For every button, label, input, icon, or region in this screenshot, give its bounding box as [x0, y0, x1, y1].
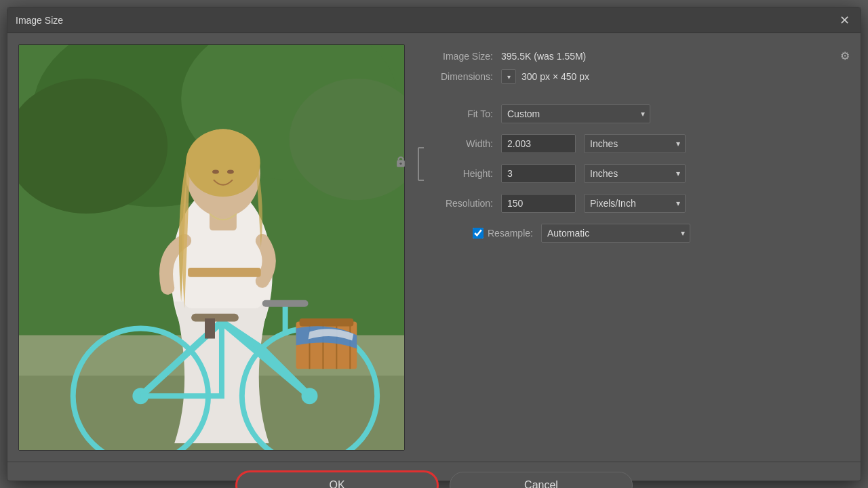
svg-point-11 [186, 129, 260, 197]
svg-rect-28 [188, 268, 261, 277]
resolution-row: Resolution: Pixels/Inch Pixels/Centimete… [418, 194, 850, 213]
controls-panel: Image Size: 395.5K (was 1.55M) ⚙ Dimensi… [418, 44, 850, 451]
dialog-body: Image Size: 395.5K (was 1.55M) ⚙ Dimensi… [7, 33, 861, 462]
svg-rect-8 [184, 227, 262, 308]
link-lock-area[interactable] [393, 153, 409, 169]
fit-to-row: Fit To: Custom Original Size US Paper (8… [418, 104, 850, 123]
fit-to-select[interactable]: Custom Original Size US Paper (8.5" x 11… [501, 104, 650, 123]
width-label: Width: [418, 138, 493, 149]
height-row: Height: Inches Centimeters Millimeters P… [418, 164, 850, 183]
ok-button[interactable]: OK [235, 470, 439, 488]
svg-point-33 [399, 163, 401, 165]
close-button[interactable]: ✕ [837, 13, 852, 28]
svg-rect-21 [262, 300, 309, 307]
dialog-footer: OK Cancel [7, 462, 861, 488]
dimensions-chevron[interactable]: ▾ [501, 69, 516, 84]
gear-icon[interactable]: ⚙ [840, 49, 850, 62]
resample-checkbox[interactable] [473, 228, 484, 239]
width-unit-wrapper[interactable]: Inches Centimeters Millimeters Pixels Pe… [584, 134, 686, 153]
image-preview [18, 44, 405, 451]
resolution-input[interactable] [501, 194, 576, 213]
resolution-unit-select[interactable]: Pixels/Inch Pixels/Centimeter [584, 194, 686, 213]
dimensions-value: 300 px × 450 px [521, 71, 589, 82]
svg-rect-19 [205, 319, 215, 339]
svg-point-12 [212, 169, 219, 174]
height-unit-select[interactable]: Inches Centimeters Millimeters Pixels Pe… [584, 164, 686, 183]
cancel-button[interactable]: Cancel [450, 472, 633, 488]
resample-label: Resample: [488, 228, 533, 239]
form-section: Fit To: Custom Original Size US Paper (8… [418, 104, 850, 243]
svg-rect-23 [300, 319, 354, 327]
width-input[interactable] [501, 134, 576, 153]
resample-select[interactable]: Automatic Preserve Details Bicubic Sharp… [541, 224, 690, 243]
svg-rect-18 [191, 314, 239, 322]
width-height-group: Width: Inches Centimeters Millimeters Pi… [418, 134, 850, 183]
resample-select-wrapper[interactable]: Automatic Preserve Details Bicubic Sharp… [541, 224, 690, 243]
height-label: Height: [418, 168, 493, 179]
resample-row: Resample: Automatic Preserve Details Bic… [418, 224, 850, 243]
image-size-value: 395.5K (was 1.55M) [501, 51, 586, 62]
image-size-row: Image Size: 395.5K (was 1.55M) ⚙ [418, 49, 850, 62]
fit-to-select-wrapper[interactable]: Custom Original Size US Paper (8.5" x 11… [501, 104, 650, 123]
image-size-label: Image Size: [418, 51, 493, 62]
width-unit-select[interactable]: Inches Centimeters Millimeters Pixels Pe… [584, 134, 686, 153]
info-section: Image Size: 395.5K (was 1.55M) ⚙ Dimensi… [418, 49, 850, 91]
height-input[interactable] [501, 164, 576, 183]
height-unit-wrapper[interactable]: Inches Centimeters Millimeters Pixels Pe… [584, 164, 686, 183]
image-size-dialog: Image Size ✕ [7, 7, 861, 481]
lock-icon [395, 155, 407, 168]
svg-point-13 [227, 169, 234, 174]
dimensions-label: Dimensions: [418, 71, 493, 82]
width-row: Width: Inches Centimeters Millimeters Pi… [418, 134, 850, 153]
resolution-unit-wrapper[interactable]: Pixels/Inch Pixels/Centimeter [584, 194, 686, 213]
resolution-label: Resolution: [418, 198, 493, 209]
dimensions-row: Dimensions: ▾ 300 px × 450 px [418, 69, 850, 84]
dialog-title: Image Size [16, 15, 63, 26]
title-bar: Image Size ✕ [7, 7, 861, 33]
fit-to-label: Fit To: [418, 108, 493, 119]
